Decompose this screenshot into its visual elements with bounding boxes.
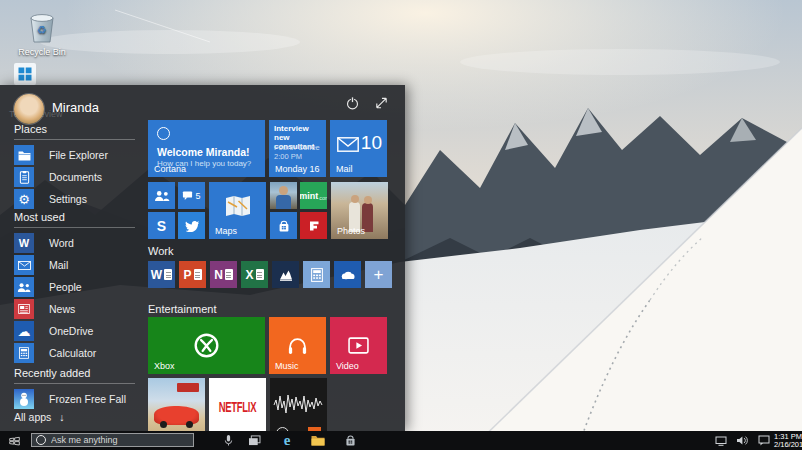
tile-excel[interactable]: X — [241, 261, 268, 288]
all-apps-button[interactable]: All apps ↓ — [14, 411, 65, 423]
taskbar-clock[interactable]: 1:31 PM 2/16/2015 — [774, 433, 802, 449]
calendar-event-location: Fourth Coffee — [274, 143, 320, 152]
tile-store[interactable] — [270, 212, 297, 239]
twitter-bird-icon — [185, 220, 199, 232]
tile-money[interactable] — [272, 261, 299, 288]
tile-music[interactable]: Music — [269, 317, 326, 374]
search-box[interactable] — [31, 433, 194, 447]
desktop: ♻ Recycle Bin Tech Preview Miranda — [0, 0, 802, 450]
tile-video[interactable]: Video — [330, 317, 387, 374]
xbox-icon — [193, 332, 220, 359]
tile-onenote[interactable]: N — [210, 261, 237, 288]
tile-photos[interactable]: Photos — [331, 182, 388, 239]
file-explorer-button[interactable] — [311, 434, 325, 447]
power-button[interactable] — [345, 95, 361, 111]
network-icon — [715, 436, 727, 446]
tile-word[interactable]: W — [148, 261, 175, 288]
tile-calculator[interactable] — [303, 261, 330, 288]
cortana-ring-icon — [36, 435, 46, 445]
tile-album-soundwave[interactable] — [270, 378, 327, 431]
action-center-icon — [758, 435, 770, 446]
user-avatar[interactable] — [14, 94, 44, 124]
tile-twitter[interactable] — [178, 212, 205, 239]
onedrive-cloud-icon: ☁ — [14, 321, 34, 341]
sidebar-item-word[interactable]: W Word — [14, 233, 139, 253]
section-header-places: Places — [14, 123, 47, 135]
tile-onedrive[interactable] — [334, 261, 361, 288]
start-menu: Tech Preview Miranda Places File Explore… — [0, 85, 405, 431]
tile-mint[interactable]: mint com — [300, 182, 327, 209]
down-arrow-icon: ↓ — [59, 411, 64, 423]
tile-label: Monday 16 — [275, 164, 320, 174]
store-button[interactable] — [343, 434, 357, 447]
microphone-icon — [224, 434, 233, 447]
gear-glyph: ⚙ — [18, 192, 30, 207]
calculator-icon — [311, 268, 323, 282]
tile-cars-movie[interactable] — [148, 378, 205, 431]
tile-calendar[interactable]: Interview new consultant Fourth Coffee 2… — [269, 120, 326, 177]
tile-mail[interactable]: 10 Mail — [330, 120, 387, 177]
recycle-glyph: ♻ — [37, 24, 47, 36]
sidebar-item-documents[interactable]: Documents — [14, 167, 139, 187]
section-header-recently-added: Recently added — [14, 367, 90, 379]
tile-label: Maps — [215, 226, 237, 236]
tile-contact-photo[interactable] — [270, 182, 297, 209]
tile-powerpoint[interactable]: P — [179, 261, 206, 288]
sidebar-item-frozen-free-fall[interactable]: Frozen Free Fall — [14, 389, 139, 409]
tile-flipboard[interactable] — [300, 212, 327, 239]
excel-letter: X — [245, 268, 253, 282]
sidebar-item-settings[interactable]: ⚙ Settings — [14, 189, 139, 209]
calculator-icon — [14, 343, 34, 363]
mint-name: mint — [300, 191, 318, 201]
people-icon — [154, 190, 170, 202]
action-center-tray-icon[interactable] — [757, 434, 771, 447]
resize-diagonal-icon — [374, 95, 389, 111]
microphone-button[interactable] — [221, 434, 235, 447]
finance-chart-icon — [279, 269, 293, 281]
tile-messaging[interactable]: 5 — [178, 182, 205, 209]
recycle-bin-desktop-icon[interactable]: ♻ Recycle Bin — [14, 11, 70, 57]
folder-icon — [311, 435, 325, 446]
volume-tray-icon[interactable] — [735, 434, 749, 447]
tile-skype[interactable]: S — [148, 212, 175, 239]
network-tray-icon[interactable] — [714, 434, 728, 447]
headphones-icon — [287, 336, 308, 355]
sidebar-item-onedrive[interactable]: ☁ OneDrive — [14, 321, 139, 341]
internet-explorer-button[interactable]: e — [280, 434, 294, 447]
tile-cortana[interactable]: Welcome Miranda! How can I help you toda… — [148, 120, 265, 177]
user-name: Miranda — [52, 100, 99, 115]
tile-netflix[interactable]: NETFLIX — [209, 378, 266, 431]
section-header-entertainment: Entertainment — [148, 303, 216, 315]
taskbar: e — [0, 431, 802, 450]
sidebar-item-label: Calculator — [49, 347, 96, 359]
tile-add[interactable]: + — [365, 261, 392, 288]
onedrive-cloud-icon — [340, 270, 356, 280]
person-photo-body — [276, 195, 291, 209]
netflix-logo: NETFLIX — [219, 398, 256, 415]
tile-people[interactable] — [148, 182, 175, 209]
file-explorer-icon — [14, 145, 34, 165]
tile-xbox[interactable]: Xbox — [148, 317, 265, 374]
windows-shortcut-icon — [14, 63, 36, 85]
sidebar-item-file-explorer[interactable]: File Explorer — [14, 145, 139, 165]
task-view-button[interactable] — [247, 434, 261, 447]
tile-maps[interactable]: Maps — [209, 182, 266, 239]
video-play-icon — [348, 337, 369, 354]
sidebar-item-label: Settings — [49, 193, 87, 205]
messaging-badge: 5 — [195, 191, 200, 201]
search-input[interactable] — [51, 435, 171, 445]
sidebar-item-people[interactable]: People — [14, 277, 139, 297]
divider — [14, 383, 135, 384]
desktop-shortcut[interactable] — [13, 63, 37, 87]
sidebar-item-label: News — [49, 303, 75, 315]
envelope-icon — [337, 137, 359, 152]
sidebar-item-mail[interactable]: Mail — [14, 255, 139, 275]
sidebar-item-calculator[interactable]: Calculator — [14, 343, 139, 363]
start-button[interactable] — [7, 434, 21, 447]
sidebar-item-news[interactable]: News — [14, 299, 139, 319]
document-icon — [164, 269, 172, 280]
onenote-letter: N — [214, 268, 223, 282]
sidebar-item-label: Frozen Free Fall — [49, 393, 126, 405]
cloud-glyph: ☁ — [18, 324, 31, 339]
expand-menu-button[interactable] — [374, 95, 390, 111]
